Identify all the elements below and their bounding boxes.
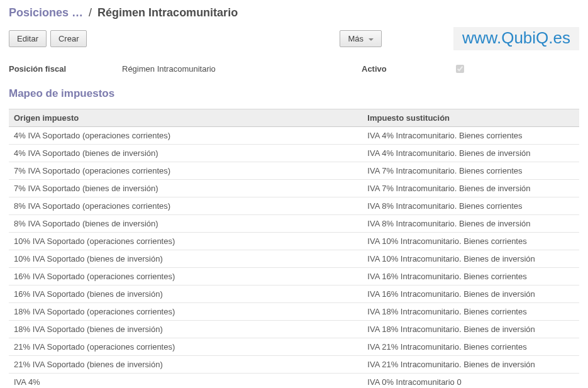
- active-label: Activo: [362, 64, 456, 74]
- cell-substitution: IVA 7% Intracomunitario. Bienes corrient…: [362, 162, 579, 180]
- edit-button[interactable]: Editar: [9, 30, 47, 47]
- table-row[interactable]: 16% IVA Soportado (operaciones corriente…: [9, 268, 579, 285]
- cell-origin: 10% IVA Soportado (operaciones corriente…: [9, 233, 362, 250]
- cell-substitution: IVA 10% Intracomunitario. Bienes de inve…: [362, 250, 579, 268]
- cell-origin: 18% IVA Soportado (bienes de inversión): [9, 321, 362, 338]
- tax-mapping-title: Mapeo de impuestos: [9, 87, 579, 100]
- table-row[interactable]: 16% IVA Soportado (bienes de inversión)I…: [9, 285, 579, 303]
- cell-origin: 16% IVA Soportado (operaciones corriente…: [9, 268, 362, 285]
- cell-origin: 10% IVA Soportado (bienes de inversión): [9, 250, 362, 268]
- table-row[interactable]: 21% IVA Soportado (operaciones corriente…: [9, 338, 579, 356]
- cell-origin: 18% IVA Soportado (operaciones corriente…: [9, 303, 362, 321]
- cell-origin: 4% IVA Soportado (bienes de inversión): [9, 145, 362, 162]
- create-button[interactable]: Crear: [50, 30, 87, 47]
- form-row-fiscal-position: Posición fiscal Régimen Intracomunitario…: [9, 62, 579, 84]
- table-row[interactable]: 18% IVA Soportado (operaciones corriente…: [9, 303, 579, 321]
- tax-mapping-table: Origen impuesto Impuesto sustitución 4% …: [9, 109, 579, 388]
- cell-substitution: IVA 21% Intracomunitario. Bienes corrien…: [362, 338, 579, 356]
- cell-substitution: IVA 10% Intracomunitario. Bienes corrien…: [362, 233, 579, 250]
- table-row[interactable]: 8% IVA Soportado (operaciones corrientes…: [9, 197, 579, 215]
- cell-substitution: IVA 4% Intracomunitario. Bienes corrient…: [362, 127, 579, 145]
- cell-origin: IVA 4%: [9, 374, 362, 389]
- table-row[interactable]: 21% IVA Soportado (bienes de inversión)I…: [9, 356, 579, 374]
- cell-substitution: IVA 8% Intracomunitario. Bienes de inver…: [362, 215, 579, 233]
- column-header-substitution[interactable]: Impuesto sustitución: [362, 109, 579, 127]
- chevron-down-icon: [369, 38, 374, 41]
- table-row[interactable]: 7% IVA Soportado (bienes de inversión)IV…: [9, 180, 579, 197]
- breadcrumb: Posiciones … / Régimen Intracomunitario: [9, 6, 579, 19]
- cell-substitution: IVA 18% Intracomunitario. Bienes de inve…: [362, 321, 579, 338]
- table-row[interactable]: 4% IVA Soportado (operaciones corrientes…: [9, 127, 579, 145]
- table-row[interactable]: IVA 4%IVA 0% Intracomunitario 0: [9, 374, 579, 389]
- table-row[interactable]: 7% IVA Soportado (operaciones corrientes…: [9, 162, 579, 180]
- fiscal-position-value: Régimen Intracomunitario: [122, 64, 362, 74]
- cell-origin: 4% IVA Soportado (operaciones corrientes…: [9, 127, 362, 145]
- table-row[interactable]: 10% IVA Soportado (operaciones corriente…: [9, 233, 579, 250]
- cell-substitution: IVA 0% Intracomunitario 0: [362, 374, 579, 389]
- cell-substitution: IVA 16% Intracomunitario. Bienes de inve…: [362, 285, 579, 303]
- table-row[interactable]: 10% IVA Soportado (bienes de inversión)I…: [9, 250, 579, 268]
- cell-substitution: IVA 16% Intracomunitario. Bienes corrien…: [362, 268, 579, 285]
- cell-origin: 21% IVA Soportado (bienes de inversión): [9, 356, 362, 374]
- more-dropdown-button[interactable]: Más: [340, 30, 381, 47]
- cell-origin: 16% IVA Soportado (bienes de inversión): [9, 285, 362, 303]
- cell-substitution: IVA 8% Intracomunitario. Bienes corrient…: [362, 197, 579, 215]
- cell-origin: 8% IVA Soportado (operaciones corrientes…: [9, 197, 362, 215]
- fiscal-position-label: Posición fiscal: [9, 64, 122, 74]
- breadcrumb-parent[interactable]: Posiciones …: [9, 6, 83, 19]
- column-header-origin[interactable]: Origen impuesto: [9, 109, 362, 127]
- cell-origin: 21% IVA Soportado (operaciones corriente…: [9, 338, 362, 356]
- table-row[interactable]: 4% IVA Soportado (bienes de inversión)IV…: [9, 145, 579, 162]
- more-label: Más: [348, 34, 363, 43]
- cell-origin: 7% IVA Soportado (operaciones corrientes…: [9, 162, 362, 180]
- breadcrumb-separator: /: [89, 6, 92, 19]
- cell-substitution: IVA 7% Intracomunitario. Bienes de inver…: [362, 180, 579, 197]
- table-row[interactable]: 18% IVA Soportado (bienes de inversión)I…: [9, 321, 579, 338]
- toolbar: Editar Crear Más www.QubiQ.es: [9, 27, 579, 50]
- cell-substitution: IVA 21% Intracomunitario. Bienes de inve…: [362, 356, 579, 374]
- cell-origin: 7% IVA Soportado (bienes de inversión): [9, 180, 362, 197]
- table-row[interactable]: 8% IVA Soportado (bienes de inversión)IV…: [9, 215, 579, 233]
- active-checkbox[interactable]: [456, 65, 464, 73]
- cell-origin: 8% IVA Soportado (bienes de inversión): [9, 215, 362, 233]
- breadcrumb-current: Régimen Intracomunitario: [97, 6, 238, 19]
- cell-substitution: IVA 4% Intracomunitario. Bienes de inver…: [362, 145, 579, 162]
- cell-substitution: IVA 18% Intracomunitario. Bienes corrien…: [362, 303, 579, 321]
- brand-logo: www.QubiQ.es: [453, 27, 579, 50]
